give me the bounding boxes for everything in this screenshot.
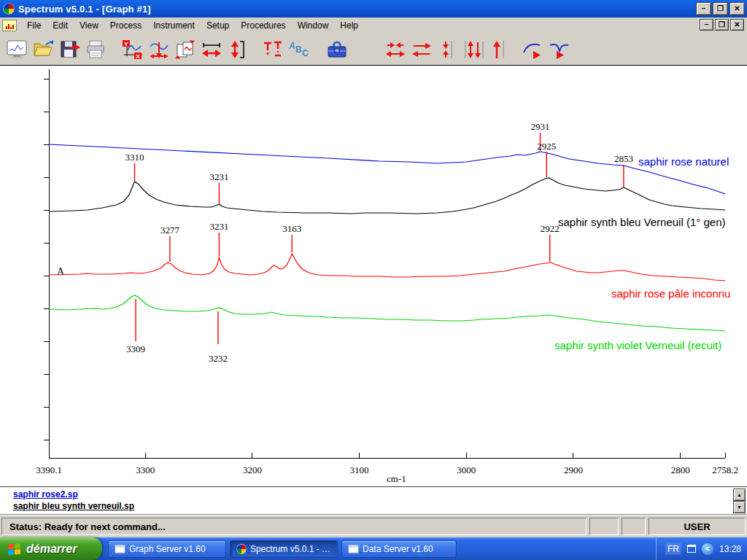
app-icon bbox=[3, 3, 15, 15]
series-name-label: saphir synth bleu Verneuil (1° gen) bbox=[558, 216, 725, 228]
save-icon bbox=[59, 39, 81, 60]
toolbox-button[interactable] bbox=[324, 36, 350, 63]
series-name-label: saphir synth violet Verneuil (recuit) bbox=[554, 339, 721, 351]
peak-label: 3231 bbox=[209, 171, 228, 182]
menu-procedures[interactable]: Procedures bbox=[235, 18, 291, 33]
peak-label: 3277 bbox=[160, 225, 180, 236]
menu-file[interactable]: File bbox=[21, 18, 47, 33]
status-panel-spare-2 bbox=[622, 518, 646, 535]
peak-label: 3232 bbox=[209, 353, 228, 364]
print-icon bbox=[85, 39, 107, 60]
system-tray: FR < 13:28 bbox=[656, 537, 747, 560]
compress-v-icon bbox=[437, 39, 459, 60]
series-name-label: saphir rose pâle inconnu bbox=[611, 287, 730, 300]
task-label: Spectrum v5.0.1 - [G... bbox=[250, 544, 331, 554]
derivative-curve-button[interactable] bbox=[546, 36, 572, 63]
expand-h-icon bbox=[411, 39, 433, 60]
peak-labels-button[interactable] bbox=[260, 36, 286, 63]
menu-window[interactable]: Window bbox=[292, 18, 335, 33]
minimize-button[interactable]: – bbox=[696, 2, 711, 15]
text-abc-button[interactable]: ABC bbox=[286, 36, 312, 63]
task-button-2[interactable]: Data Server v1.60 bbox=[341, 540, 457, 558]
windows-logo-icon bbox=[7, 542, 22, 556]
toolbox-icon bbox=[326, 39, 348, 60]
mdi-close-button[interactable]: ✕ bbox=[730, 19, 744, 31]
file-link-0[interactable]: saphir rose2.sp bbox=[13, 489, 747, 500]
x-tick-label: 3300 bbox=[136, 464, 155, 475]
start-button[interactable]: démarrer bbox=[0, 537, 102, 560]
x-tick-label: 3200 bbox=[243, 464, 262, 475]
arc-curve-icon bbox=[522, 39, 543, 60]
x-axis-label: cm-1 bbox=[387, 473, 406, 484]
full-scale-y-button[interactable] bbox=[487, 36, 514, 63]
peak-labels-icon bbox=[262, 39, 284, 60]
menu-view[interactable]: View bbox=[74, 18, 104, 33]
axes-setup-button[interactable]: YX bbox=[120, 36, 146, 63]
spectrum-plot-area[interactable]: 3390.13300320031003000290028002758.2cm-1… bbox=[0, 66, 747, 486]
peak-label: 2925 bbox=[537, 141, 556, 152]
full-scale-y-icon bbox=[489, 39, 511, 60]
mdi-restore-button[interactable]: ❐ bbox=[715, 19, 729, 31]
svg-text:X: X bbox=[136, 52, 140, 59]
x-tick-label: 2758.2 bbox=[712, 464, 738, 475]
compress-h-button[interactable] bbox=[382, 36, 409, 63]
status-panel-spare-1 bbox=[589, 518, 619, 535]
scroll-down-icon[interactable]: ▼ bbox=[733, 501, 746, 513]
restore-button[interactable]: ❐ bbox=[713, 2, 728, 15]
svg-text:A: A bbox=[288, 41, 295, 51]
task-button-1[interactable]: Spectrum v5.0.1 - [G... bbox=[230, 540, 338, 558]
chart-canvas[interactable]: 3390.13300320031003000290028002758.2cm-1… bbox=[0, 66, 747, 486]
arc-curve-button[interactable] bbox=[519, 36, 546, 63]
title-bar: Spectrum v5.0.1 - [Graph #1] – ❐ ✕ bbox=[0, 0, 747, 18]
language-indicator[interactable]: FR bbox=[665, 543, 681, 555]
expand-x-button[interactable] bbox=[198, 36, 225, 63]
autoscale-curve-icon bbox=[148, 39, 170, 60]
monitor-button[interactable] bbox=[4, 36, 31, 63]
compress-h-icon bbox=[384, 39, 406, 60]
graph-document-icon[interactable] bbox=[2, 20, 17, 31]
toolbar: YXABC bbox=[0, 34, 747, 66]
x-tick-label: 3000 bbox=[457, 464, 476, 475]
tray-clock: 13:28 bbox=[719, 544, 741, 554]
peak-label: 3163 bbox=[282, 223, 301, 234]
compress-v-button[interactable] bbox=[435, 36, 461, 63]
menu-edit[interactable]: Edit bbox=[47, 18, 74, 33]
spectrum-app-icon bbox=[236, 544, 247, 554]
task-button-0[interactable]: Graph Server v1.60 bbox=[108, 540, 226, 558]
expand-y-button[interactable] bbox=[225, 36, 251, 63]
close-button[interactable]: ✕ bbox=[729, 2, 745, 15]
expand-h-button[interactable] bbox=[409, 36, 435, 63]
spectrum-file-list: saphir rose2.spsaphir bleu synth verneui… bbox=[0, 486, 747, 515]
menu-instrument[interactable]: Instrument bbox=[147, 18, 201, 33]
expand-x-icon bbox=[201, 39, 222, 60]
file-list-scrollbar[interactable]: ▲ ▼ bbox=[733, 489, 746, 513]
x-tick-label: 2900 bbox=[564, 464, 583, 475]
expand-y-icon bbox=[227, 39, 249, 60]
peak-label: 3231 bbox=[209, 221, 228, 232]
taskbar: démarrer Graph Server v1.60Spectrum v5.0… bbox=[0, 537, 747, 560]
save-button[interactable] bbox=[57, 36, 83, 63]
spectrum-trace bbox=[49, 295, 725, 331]
menu-bar: FileEditViewProcessInstrumentSetupProced… bbox=[0, 18, 747, 34]
task-label: Graph Server v1.60 bbox=[129, 544, 206, 554]
print-button[interactable] bbox=[83, 36, 109, 63]
menu-help[interactable]: Help bbox=[334, 18, 364, 33]
svg-text:C: C bbox=[302, 48, 309, 58]
hide-icons-chevron-icon[interactable]: < bbox=[702, 543, 713, 555]
open-folder-button[interactable] bbox=[31, 36, 57, 63]
menu-setup[interactable]: Setup bbox=[201, 18, 235, 33]
scroll-up-icon[interactable]: ▲ bbox=[733, 489, 746, 501]
peak-label: 2931 bbox=[531, 121, 550, 132]
mdi-minimize-button[interactable]: – bbox=[700, 19, 713, 31]
menu-process[interactable]: Process bbox=[104, 18, 147, 33]
text-abc-icon: ABC bbox=[288, 39, 310, 60]
axis-lines bbox=[49, 69, 725, 458]
copy-graph-button[interactable] bbox=[172, 36, 198, 63]
expand-v-button[interactable] bbox=[461, 36, 487, 63]
svg-text:Y: Y bbox=[124, 40, 128, 47]
start-label: démarrer bbox=[26, 542, 77, 556]
file-link-1[interactable]: saphir bleu synth verneuil.sp bbox=[13, 500, 747, 512]
language-bar-restore-icon[interactable] bbox=[687, 545, 696, 553]
axes-setup-icon: YX bbox=[122, 39, 144, 60]
autoscale-curve-button[interactable] bbox=[146, 36, 172, 63]
